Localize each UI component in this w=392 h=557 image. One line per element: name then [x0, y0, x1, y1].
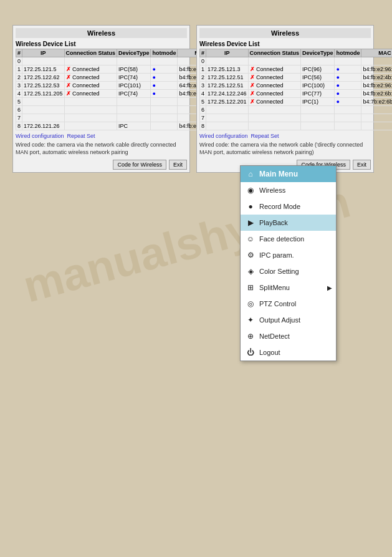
- menu-item-record-mode[interactable]: ●Record Mode: [241, 198, 336, 215]
- col-header: MAC: [361, 49, 392, 57]
- row-mac: [361, 106, 392, 114]
- row-devicetype: [117, 57, 151, 65]
- row-mac: [361, 114, 392, 122]
- status-icon: ✗: [250, 99, 255, 105]
- status-icon: ✗: [66, 74, 71, 80]
- row-hotmode: ●: [151, 90, 178, 98]
- play-icon: ▶: [246, 218, 256, 228]
- menu-item-label-1: Record Mode: [259, 203, 300, 210]
- row-id: 2: [200, 74, 206, 82]
- row-mac: b4:7b:e2:6b:92:fb: [361, 98, 392, 106]
- table-row: 7: [200, 114, 393, 122]
- device-list-label-1: Wireless Device List: [16, 41, 187, 47]
- menu-item-wireless[interactable]: ◉Wireless: [241, 182, 336, 198]
- ipc-icon: ⚙: [246, 250, 256, 260]
- wired-config-label[interactable]: Wired configuration: [16, 133, 64, 139]
- row-hotmode: [151, 57, 178, 65]
- menu-item-logout[interactable]: ⏻Logout: [241, 344, 336, 361]
- device-list-label-2: Wireless Device List: [199, 41, 371, 47]
- main-menu: ⌂ Main Menu ◉Wireless●Record Mode▶PlayBa…: [240, 165, 337, 361]
- repeat-set-label[interactable]: Repeat Set: [67, 133, 95, 139]
- status-icon: ✗: [250, 90, 255, 97]
- row-mac: [361, 57, 392, 65]
- menu-item-ipc-param.[interactable]: ⚙IPC param.: [241, 247, 336, 263]
- net-icon: ⊕: [246, 331, 256, 341]
- row-id: 1: [16, 65, 22, 74]
- row-hotmode: ●: [151, 82, 178, 90]
- menu-item-label-3: Face detection: [259, 235, 304, 243]
- row-ip: [22, 98, 65, 106]
- code-wireless-btn[interactable]: Code for Wireless: [113, 160, 166, 170]
- row-status: ✗ Connected: [248, 65, 301, 74]
- split-icon: ⊞: [246, 283, 256, 293]
- row-id: 7: [200, 114, 206, 122]
- row-hotmode: ●: [335, 65, 361, 74]
- row-hotmode: [335, 57, 361, 65]
- row-hotmode: [335, 114, 361, 122]
- table-row: 5172.25.122.201✗ ConnectedIPC(1)●b4:7b:e…: [200, 98, 393, 106]
- row-id: 2: [16, 74, 22, 82]
- menu-header-label: Main Menu: [259, 170, 298, 178]
- menu-item-face-detection[interactable]: ☺Face detection: [241, 231, 336, 247]
- row-devicetype: IPC(101): [117, 82, 151, 90]
- menu-item-splitmenu[interactable]: ⊞SplitMenu▶: [241, 279, 336, 296]
- wired-config-label[interactable]: Wired configuration: [199, 133, 248, 139]
- row-id: 4: [16, 90, 22, 98]
- menu-item-color-setting[interactable]: ◈Color Setting: [241, 263, 336, 279]
- row-ip: 172.25.121.205: [22, 90, 65, 98]
- row-id: 5: [16, 98, 22, 106]
- row-devicetype: [301, 122, 335, 130]
- col-header: #: [16, 49, 22, 57]
- row-hotmode: [335, 122, 361, 130]
- row-id: 6: [16, 106, 22, 114]
- home-icon: ⌂: [246, 169, 256, 179]
- row-ip: 172.25.121.3: [206, 65, 249, 74]
- row-id: 4: [200, 90, 206, 98]
- exit-btn[interactable]: Exit: [169, 160, 187, 170]
- row-devicetype: [117, 98, 151, 106]
- table-row: 3172.25.122.51✗ ConnectedIPC(100)●b4:fb:…: [200, 82, 393, 90]
- table-row: 1172.25.121.5✗ ConnectedIPC(58)●b4:fb:e2…: [16, 65, 225, 74]
- menu-item-playback[interactable]: ▶PlayBack: [241, 215, 336, 231]
- row-mac: b4:fb:e2:6b:92:cb: [361, 90, 392, 98]
- menu-item-label-5: Color Setting: [259, 268, 299, 275]
- row-devicetype: [117, 106, 151, 114]
- row-ip: 172.25.122.201: [206, 98, 249, 106]
- row-status: ✗ Connected: [248, 82, 301, 90]
- row-status: [64, 57, 117, 65]
- row-id: 8: [200, 122, 206, 130]
- row-mac: b4:fb:e2:4b:21:b: [361, 74, 392, 82]
- row-status: [248, 106, 301, 114]
- col-header: hotmode: [151, 49, 178, 57]
- row-mac: [361, 122, 392, 130]
- exit-btn[interactable]: Exit: [353, 160, 371, 170]
- row-status: ✗ Connected: [248, 98, 301, 106]
- menu-item-ptz-control[interactable]: ◎PTZ Control: [241, 296, 336, 312]
- status-icon: ✗: [66, 82, 71, 89]
- table-row: 4172.25.121.205✗ ConnectedIPC(74)●b4:fb:…: [16, 90, 225, 98]
- row-hotmode: ●: [151, 65, 178, 74]
- row-hotmode: ●: [151, 74, 178, 82]
- menu-item-netdetect[interactable]: ⊕NetDetect: [241, 328, 336, 344]
- row-ip: [206, 114, 249, 122]
- menu-item-label-7: PTZ Control: [259, 300, 296, 308]
- wired-desc: Wired code: the camera via the network c…: [16, 142, 187, 156]
- row-id: 3: [16, 82, 22, 90]
- table-row: 2172.25.122.62✗ ConnectedIPC(74)●b4:fb:e…: [16, 74, 225, 82]
- col-header: IP: [206, 49, 249, 57]
- row-status: ✗ Connected: [248, 90, 301, 98]
- record-icon: ●: [246, 201, 256, 211]
- row-mac: b4:fb:e2:96:8b:c2: [361, 65, 392, 74]
- row-hotmode: ●: [335, 98, 361, 106]
- menu-header: ⌂ Main Menu: [241, 166, 336, 182]
- repeat-set-label[interactable]: Repeat Set: [251, 133, 279, 139]
- row-status: ✗ Connected: [64, 65, 117, 74]
- row-devicetype: IPC(74): [117, 74, 151, 82]
- row-ip: 172.25.122.53: [22, 82, 65, 90]
- wireless-panel-2: WirelessWireless Device List#IPConnectio…: [196, 25, 374, 173]
- menu-item-label-9: NetDetect: [259, 332, 290, 340]
- row-hotmode: [151, 114, 178, 122]
- row-devicetype: IPC: [117, 122, 151, 130]
- menu-item-output-adjust[interactable]: ✦Output Adjust: [241, 312, 336, 328]
- row-id: 5: [200, 98, 206, 106]
